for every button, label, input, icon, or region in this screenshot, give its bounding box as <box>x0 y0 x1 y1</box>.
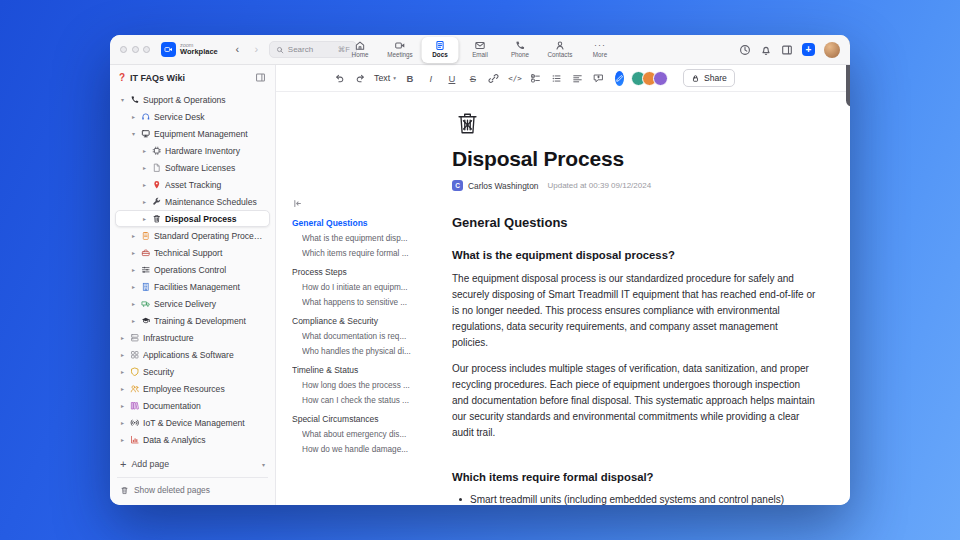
chevron-icon[interactable]: ▸ <box>130 266 137 273</box>
add-comment-button[interactable] <box>592 70 606 86</box>
toc-entry[interactable]: How can I check the status ... <box>302 396 422 405</box>
chevron-icon[interactable]: ▸ <box>141 147 148 154</box>
sidebar-page-item[interactable]: ▸ Operations Control <box>115 261 270 278</box>
user-avatar[interactable] <box>824 42 840 58</box>
chevron-icon[interactable]: ▸ <box>119 334 126 341</box>
toc-entry[interactable]: Compliance & Security <box>292 316 422 326</box>
page-icon <box>151 146 162 156</box>
search-placeholder: Search <box>288 45 313 54</box>
tab-email[interactable]: Email <box>462 37 499 63</box>
italic-button[interactable]: I <box>424 70 438 86</box>
align-button[interactable] <box>571 70 585 86</box>
chevron-icon[interactable]: ▸ <box>141 181 148 188</box>
history-clock-icon[interactable] <box>739 44 751 56</box>
text-style-dropdown[interactable]: Text▾ <box>374 73 396 83</box>
toc-entry[interactable]: Process Steps <box>292 267 422 277</box>
toc-entry[interactable]: How do we handle damage... <box>302 445 422 454</box>
close-window-button[interactable] <box>120 46 127 53</box>
toc-entry[interactable]: What documentation is req... <box>302 332 422 341</box>
sidebar-page-item[interactable]: ▸ Standard Operating Procedures <box>115 227 270 244</box>
chevron-icon[interactable]: ▸ <box>119 368 126 375</box>
notifications-bell-icon[interactable] <box>760 44 772 56</box>
collapse-toc-icon[interactable] <box>292 198 304 209</box>
sidebar-page-item[interactable]: ▸ Infrastructure <box>115 329 270 346</box>
tab-phone[interactable]: Phone <box>502 37 539 63</box>
sidebar-page-item[interactable]: ▸ Technical Support <box>115 244 270 261</box>
add-page-button[interactable]: + Add page ▾ <box>117 455 268 473</box>
redo-button[interactable] <box>353 70 367 86</box>
search-icon <box>276 46 284 54</box>
bold-button[interactable]: B <box>403 70 417 86</box>
sidebar-page-item[interactable]: ▸ Data & Analytics <box>115 431 270 448</box>
checklist-button[interactable] <box>529 70 543 86</box>
strikethrough-button[interactable]: S <box>466 70 480 86</box>
tab-docs[interactable]: Docs <box>422 37 459 63</box>
tab-home[interactable]: Home <box>342 37 379 63</box>
page-icon <box>129 384 140 394</box>
sidebar-page-item[interactable]: ▾ Equipment Management <box>115 125 270 142</box>
pencil-icon <box>615 74 624 83</box>
link-button[interactable] <box>487 70 501 86</box>
toc-entry[interactable]: Which items require formal ... <box>302 249 422 258</box>
toc-entry[interactable]: How do I initiate an equipm... <box>302 283 422 292</box>
sidebar-page-item[interactable]: ▸ Employee Resources <box>115 380 270 397</box>
bulleted-list-button[interactable] <box>550 70 564 86</box>
chevron-icon[interactable]: ▸ <box>141 215 148 222</box>
forward-button[interactable]: › <box>250 44 263 55</box>
chevron-icon[interactable]: ▸ <box>119 385 126 392</box>
toc-entry[interactable]: What is the equipment disp... <box>302 234 422 243</box>
toc-entry[interactable]: Special Circumstances <box>292 414 422 424</box>
minimize-window-button[interactable] <box>132 46 139 53</box>
chevron-icon[interactable]: ▸ <box>130 113 137 120</box>
sidebar-page-item[interactable]: ▸ Security <box>115 363 270 380</box>
undo-button[interactable] <box>332 70 346 86</box>
chevron-icon[interactable]: ▸ <box>130 300 137 307</box>
toc-entry[interactable]: General Questions <box>292 218 422 228</box>
chevron-icon[interactable]: ▸ <box>130 249 137 256</box>
ai-companion-button[interactable] <box>615 71 624 86</box>
sidebar-page-item[interactable]: ▸ Applications & Software <box>115 346 270 363</box>
side-panel-icon[interactable] <box>781 44 793 56</box>
sidebar-page-item[interactable]: ▸ Facilities Management <box>115 278 270 295</box>
sidebar-page-item[interactable]: ▸ Software Licenses <box>115 159 270 176</box>
sidebar-page-item[interactable]: ▸ Service Desk <box>115 108 270 125</box>
back-button[interactable]: ‹ <box>231 44 244 55</box>
toc-entry[interactable]: Who handles the physical di... <box>302 347 422 356</box>
chevron-icon[interactable]: ▾ <box>130 130 137 137</box>
chevron-icon[interactable]: ▸ <box>119 402 126 409</box>
chevron-icon[interactable]: ▾ <box>119 96 126 103</box>
chevron-icon[interactable]: ▸ <box>141 164 148 171</box>
new-item-plus-button[interactable]: + <box>802 43 815 56</box>
chevron-icon[interactable]: ▸ <box>141 198 148 205</box>
sidebar-page-item[interactable]: ▸ Maintenance Schedules <box>115 193 270 210</box>
sidebar-page-item[interactable]: ▸ Service Delivery <box>115 295 270 312</box>
tab-contacts[interactable]: Contacts <box>542 37 579 63</box>
sidebar-page-item[interactable]: ▸ Hardware Inventory <box>115 142 270 159</box>
toc-entry[interactable]: What about emergency dis... <box>302 430 422 439</box>
chevron-icon[interactable]: ▸ <box>130 232 137 239</box>
sidebar-page-item[interactable]: ▾ Support & Operations <box>115 91 270 108</box>
toc-entry[interactable]: What happens to sensitive ... <box>302 298 422 307</box>
collapse-sidebar-icon[interactable] <box>255 72 266 83</box>
chevron-icon[interactable]: ▸ <box>119 436 126 443</box>
tab-meetings[interactable]: Meetings <box>382 37 419 63</box>
sidebar-page-item[interactable]: ▸ Training & Development <box>115 312 270 329</box>
tab-more[interactable]: ···More <box>582 37 619 63</box>
sidebar-page-item[interactable]: ▸ Documentation <box>115 397 270 414</box>
toc-entry[interactable]: Timeline & Status <box>292 365 422 375</box>
code-button[interactable]: </> <box>508 70 522 86</box>
show-deleted-pages-button[interactable]: Show deleted pages <box>117 482 268 498</box>
zoom-logo-icon <box>161 42 176 57</box>
chevron-icon[interactable]: ▸ <box>119 351 126 358</box>
collaborator-avatar[interactable] <box>653 71 668 86</box>
sidebar-page-item[interactable]: ▸ IoT & Device Management <box>115 414 270 431</box>
chevron-icon[interactable]: ▸ <box>130 317 137 324</box>
toc-entry[interactable]: How long does the process ... <box>302 381 422 390</box>
sidebar-page-item[interactable]: ▸ Disposal Process <box>115 210 270 227</box>
chevron-icon[interactable]: ▸ <box>130 283 137 290</box>
chevron-icon[interactable]: ▸ <box>119 419 126 426</box>
zoom-window-button[interactable] <box>143 46 150 53</box>
underline-button[interactable]: U <box>445 70 459 86</box>
share-button[interactable]: Share <box>683 69 735 87</box>
sidebar-page-item[interactable]: ▸ Asset Tracking <box>115 176 270 193</box>
